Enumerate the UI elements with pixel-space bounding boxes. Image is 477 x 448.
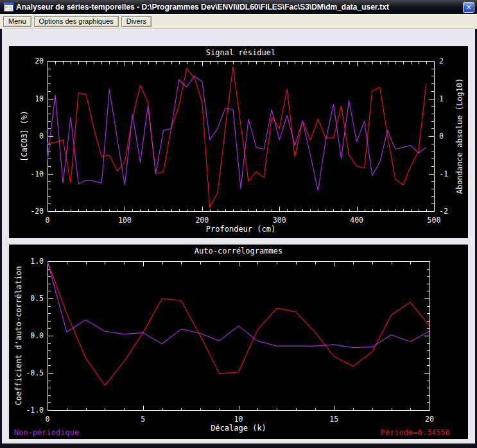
chart2-xlabel: Décalage (k) — [48, 424, 429, 433]
y-tick-label: 1.0 — [30, 257, 44, 266]
y-tick-label: 0.0 — [30, 331, 44, 340]
y-tick-label: -0.5 — [26, 368, 44, 377]
y-right-tick-label: 0 — [439, 132, 444, 141]
signal-residuel-chart: 010020030040050020100-10-20210-1-2 — [9, 46, 468, 238]
y-tick-label: -10 — [30, 169, 44, 178]
window-title: Analyseur de séries-temporelles - D:\Pro… — [16, 3, 463, 12]
x-tick-label: 0 — [46, 216, 50, 225]
non-periodique-annotation: Non-périodique — [14, 428, 79, 437]
app-icon — [4, 3, 13, 12]
y-right-tick-label: 2 — [439, 56, 444, 65]
abondance-absolue-line — [48, 67, 426, 207]
x-tick-label: 0 — [46, 415, 50, 424]
x-tick-label: 400 — [350, 216, 363, 225]
y-tick-label: 10 — [35, 94, 44, 103]
y-tick-label: 0.5 — [30, 294, 44, 303]
y-tick-label: 0 — [39, 132, 44, 141]
abondance-autocorrelation-line — [48, 261, 429, 386]
caco3-autocorrelation-line — [48, 261, 429, 348]
x-tick-label: 5 — [141, 415, 145, 424]
y-right-tick-label: 1 — [439, 94, 444, 103]
autocorrelogrammes-chart: 051015201.00.50.0-0.5-1.0 — [9, 245, 468, 439]
x-tick-label: 300 — [273, 216, 286, 225]
chart2-title: Auto-corrélogrammes — [48, 246, 429, 255]
x-tick-label: 20 — [425, 415, 434, 424]
window-border-bottom — [0, 444, 477, 448]
axis-box — [48, 262, 430, 411]
menu-button-menu[interactable]: Menu — [3, 16, 31, 27]
chart1-title: Signal résiduel — [48, 48, 434, 57]
chart1-xlabel: Profondeur (cm) — [48, 225, 434, 234]
y-right-tick-label: -1 — [439, 169, 448, 178]
y-tick-label: -1.0 — [26, 406, 44, 415]
x-tick-label: 200 — [195, 216, 209, 225]
autocorrelogrammes-chart-panel: 051015201.00.50.0-0.5-1.0 Auto-corrélogr… — [9, 245, 468, 439]
menu-bar: Menu Options des graphiques Divers — [0, 14, 477, 29]
y-tick-label: -20 — [30, 207, 44, 216]
y-right-tick-label: -2 — [439, 207, 448, 216]
chart1-ylabel-left: [CaCO3] (%) — [20, 110, 29, 161]
close-icon: ✕ — [465, 4, 471, 11]
x-tick-label: 15 — [329, 415, 338, 424]
menu-button-options-graphiques[interactable]: Options des graphiques — [34, 16, 119, 27]
window-border-left — [0, 29, 2, 448]
x-tick-label: 500 — [428, 216, 441, 225]
app-window: Analyseur de séries-temporelles - D:\Pro… — [0, 0, 477, 448]
menu-button-divers[interactable]: Divers — [121, 16, 152, 27]
y-tick-label: 20 — [35, 56, 44, 65]
x-tick-label: 10 — [234, 415, 243, 424]
close-button[interactable]: ✕ — [463, 2, 474, 13]
periode-annotation: Période=6.34556 — [381, 428, 450, 437]
chart1-ylabel-right: Abondance absolue (Log10) — [455, 78, 464, 194]
x-tick-label: 100 — [118, 216, 132, 225]
title-bar[interactable]: Analyseur de séries-temporelles - D:\Pro… — [0, 0, 477, 14]
chart2-ylabel-left: Coefficient d'auto-corrélation — [14, 266, 23, 406]
signal-residuel-chart-panel: 010020030040050020100-10-20210-1-2 Signa… — [9, 46, 468, 238]
